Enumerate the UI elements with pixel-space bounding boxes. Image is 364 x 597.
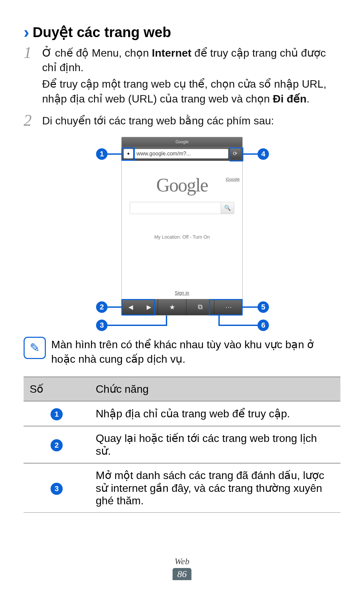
text: Ở chế độ Menu, chọn xyxy=(42,47,152,59)
row-badge: 3 xyxy=(51,483,63,495)
page-number: 86 xyxy=(173,568,191,580)
highlight-4 xyxy=(229,147,243,161)
highlight-2 xyxy=(121,299,155,316)
callout-5: 5 xyxy=(257,301,269,313)
page-footer: Web 86 xyxy=(0,557,364,580)
lead xyxy=(218,325,259,326)
callout-3: 3 xyxy=(96,320,108,331)
table-row: 2 Quay lại hoặc tiến tới các trang web t… xyxy=(24,426,340,463)
location-text[interactable]: My Location: Off - Turn On xyxy=(122,234,242,240)
google-logo: Google xyxy=(122,174,242,196)
step-1: 1 Ở chế độ Menu, chọn Internet để truy c… xyxy=(24,44,340,108)
callout-2: 2 xyxy=(96,301,108,313)
url-input[interactable]: www.google.com/m?... xyxy=(134,149,228,158)
heading-text: Duyệt các trang web xyxy=(33,24,171,40)
browser-title: Google xyxy=(122,137,242,147)
step-number: 2 xyxy=(24,112,42,130)
note-icon: ✎ xyxy=(24,337,46,359)
step-text: Ở chế độ Menu, chọn Internet để truy cập… xyxy=(42,44,340,108)
lead xyxy=(108,325,167,326)
chapter-name: Web xyxy=(0,557,364,567)
lead xyxy=(108,306,121,308)
igoogle-link[interactable]: iGoogle xyxy=(226,177,240,182)
step-2: 2 Di chuyển tới các trang web bằng các p… xyxy=(24,112,340,130)
phone-diagram: Google ✦ www.google.com/m?... ⟳ iGoogle … xyxy=(81,137,283,331)
search-input[interactable] xyxy=(130,202,221,214)
table-row: 3 Mở một danh sách các trang đã đánh dấu… xyxy=(24,463,340,513)
lead xyxy=(166,316,167,326)
note-text: Màn hình trên có thể khác nhau tùy vào k… xyxy=(51,337,340,366)
function-table: Số Chức năng 1 Nhập địa chỉ của trang we… xyxy=(24,377,340,513)
callout-1: 1 xyxy=(96,148,108,160)
callout-4: 4 xyxy=(257,148,269,160)
phone-screen: Google ✦ www.google.com/m?... ⟳ iGoogle … xyxy=(121,137,243,316)
note-block: ✎ Màn hình trên có thể khác nhau tùy vào… xyxy=(24,337,340,366)
signin-link[interactable]: Sign in xyxy=(122,290,242,296)
bookmark-icon[interactable]: ★ xyxy=(158,299,186,315)
step-text: Di chuyển tới các trang web bằng các phí… xyxy=(42,112,274,130)
row-badge: 2 xyxy=(51,439,63,451)
lead xyxy=(243,153,257,155)
lead xyxy=(108,153,121,155)
callout-6: 6 xyxy=(257,320,269,331)
row-text: Quay lại hoặc tiến tới các trang web tro… xyxy=(90,426,340,463)
section-heading: › Duyệt các trang web xyxy=(24,24,340,40)
highlight-1 xyxy=(121,147,135,161)
col-number: Số xyxy=(24,377,90,401)
table-row: 1 Nhập địa chỉ của trang web để truy cập… xyxy=(24,401,340,426)
text: . xyxy=(307,93,310,105)
bold: Internet xyxy=(152,47,191,59)
page-content: iGoogle Google 🔍 My Location: Off - Turn… xyxy=(122,174,242,309)
chevron-icon: › xyxy=(24,24,29,40)
row-badge: 1 xyxy=(51,408,63,420)
row-text: Nhập địa chỉ của trang web để truy cập. xyxy=(90,401,340,426)
lead xyxy=(243,306,257,308)
search-icon[interactable]: 🔍 xyxy=(221,202,234,214)
highlight-56 xyxy=(209,299,243,316)
col-function: Chức năng xyxy=(90,377,340,401)
text: Di chuyển tới các trang web bằng các phí… xyxy=(42,114,274,128)
row-text: Mở một danh sách các trang đã đánh dấu, … xyxy=(90,463,340,513)
bold: Đi đến xyxy=(273,93,307,105)
address-bar[interactable]: ✦ www.google.com/m?... ⟳ xyxy=(122,147,242,161)
step-number: 1 xyxy=(24,44,42,108)
